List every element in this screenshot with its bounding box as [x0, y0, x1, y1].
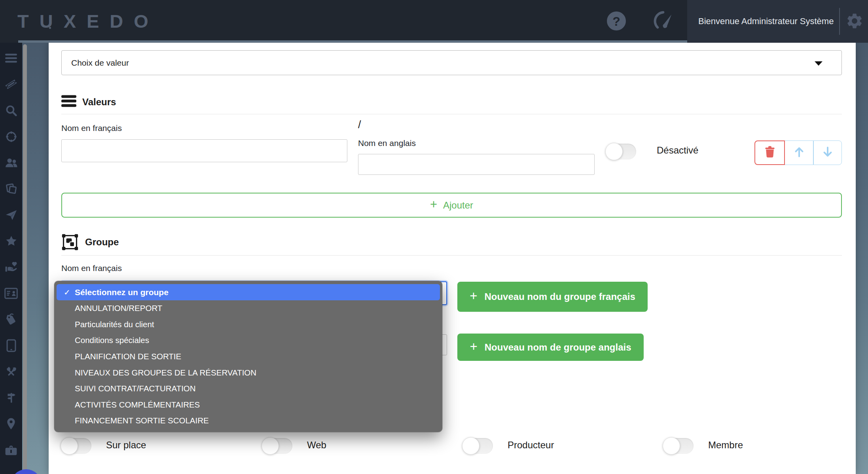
star-icon	[5, 235, 18, 249]
target-icon	[5, 131, 17, 144]
logo-u-dots-decoration	[49, 17, 51, 32]
sidebar-item-tag[interactable]	[0, 307, 22, 333]
add-value-button-label: Ajouter	[443, 200, 473, 211]
name-fr-input[interactable]	[61, 139, 347, 162]
dropdown-option[interactable]: PLANIFICATION DE SORTIE	[54, 349, 442, 365]
sidebar-item-toolbox[interactable]	[0, 438, 22, 464]
topbar: TUXEDO ? Bienvenue Administrateur Systèm…	[0, 0, 868, 43]
dropdown-selected-label: Sélectionnez un groupe	[75, 288, 169, 297]
chevron-down-icon	[815, 61, 823, 66]
sidebar-item-tools[interactable]	[0, 359, 22, 385]
signpost-icon	[5, 391, 17, 406]
sidebar-item-phone[interactable]	[0, 333, 22, 359]
arrow-down-icon	[821, 145, 835, 161]
section-divider	[61, 114, 842, 114]
producteur-toggle[interactable]	[463, 438, 493, 454]
gauge-icon[interactable]	[654, 10, 676, 32]
value-type-selected-value: Choix de valeur	[71, 51, 129, 75]
tag-icon	[4, 313, 18, 327]
sidebar-item-signpost[interactable]	[0, 385, 22, 411]
membre-toggle[interactable]	[663, 438, 694, 454]
dropdown-option[interactable]: SUIVI CONTRAT/FACTURATION	[54, 381, 442, 397]
send-icon	[5, 209, 18, 223]
name-en-input[interactable]	[358, 154, 595, 175]
groupe-section-title: Groupe	[85, 237, 119, 248]
dropdown-option[interactable]: ANNULATION/REPORT	[54, 300, 442, 317]
sur-place-toggle-label: Sur place	[106, 440, 146, 451]
object-group-icon	[61, 233, 79, 252]
plus-icon: +	[430, 197, 437, 212]
move-down-button[interactable]	[813, 140, 842, 165]
group-dropdown-options: ANNULATION/REPORTParticularités du clien…	[54, 300, 442, 429]
map-pin-icon	[6, 417, 16, 432]
new-group-fr-button-label: Nouveau nom du groupe français	[484, 291, 635, 302]
disabled-toggle[interactable]	[606, 144, 636, 159]
group-dropdown-popup: ✓ Sélectionnez un groupe ANNULATION/REPO…	[54, 281, 442, 432]
disabled-toggle-label: Désactivé	[657, 145, 698, 156]
plus-icon: +	[470, 339, 477, 354]
dropdown-option[interactable]: NIVEAUX DES GROUPES DE LA RÉSERVATION	[54, 364, 442, 381]
users-icon	[5, 157, 18, 171]
ticket-icon	[4, 78, 18, 92]
topbar-user-panel: Bienvenue Administrateur Système	[687, 0, 868, 43]
sidebar-item-ticket[interactable]	[0, 72, 22, 98]
sidebar-item-star[interactable]	[0, 229, 22, 255]
arrow-up-icon	[792, 145, 806, 161]
sidebar-item-menu[interactable]	[0, 46, 22, 72]
hand-heart-icon	[4, 261, 18, 275]
dropdown-option[interactable]: Particularités du client	[54, 317, 442, 333]
sidebar	[0, 43, 22, 474]
slash-separator: /	[358, 119, 361, 131]
help-icon[interactable]: ?	[607, 11, 626, 30]
value-type-select[interactable]: Choix de valeur	[61, 50, 842, 75]
name-fr-label: Nom en français	[61, 123, 122, 133]
trash-icon	[763, 144, 777, 161]
plus-icon: +	[470, 288, 477, 303]
sidebar-item-id-card[interactable]	[0, 281, 22, 307]
toggle-knob	[663, 437, 680, 455]
app-logo[interactable]: TUXEDO	[17, 10, 159, 32]
left-scrollbar[interactable]	[23, 44, 27, 473]
dropdown-option[interactable]: FINANCEMENT SORTIE SCOLAIRE	[54, 413, 442, 429]
toggle-knob	[61, 437, 78, 455]
phone-icon	[6, 339, 17, 354]
producteur-toggle-label: Producteur	[508, 440, 554, 451]
sidebar-item-users[interactable]	[0, 150, 22, 176]
toggle-knob	[605, 143, 623, 160]
group-name-fr-label: Nom en français	[61, 264, 122, 273]
checkmark-icon: ✓	[64, 288, 75, 297]
dropdown-option-selected[interactable]: ✓ Sélectionnez un groupe	[57, 284, 440, 300]
dropdown-option[interactable]: ACTIVITÉS COMPLÉMENTAIRES	[54, 397, 442, 413]
section-divider	[61, 255, 842, 256]
membre-toggle-label: Membre	[708, 440, 743, 451]
new-group-en-button[interactable]: + Nouveau nom de groupe anglais	[457, 334, 644, 361]
name-en-label: Nom en anglais	[358, 138, 416, 148]
move-up-button[interactable]	[785, 140, 813, 165]
sidebar-item-cards[interactable]	[0, 176, 22, 203]
dropdown-option[interactable]: Conditions spéciales	[54, 332, 442, 349]
sidebar-item-map-pin[interactable]	[0, 411, 22, 438]
delete-value-button[interactable]	[754, 140, 785, 165]
menu-icon	[5, 53, 17, 65]
web-toggle[interactable]	[262, 438, 292, 454]
toggle-knob	[462, 437, 479, 455]
new-group-en-button-label: Nouveau nom de groupe anglais	[485, 342, 631, 353]
new-group-fr-button[interactable]: + Nouveau nom du groupe français	[457, 282, 648, 312]
sidebar-item-search[interactable]	[0, 98, 22, 124]
sidebar-item-hand-heart[interactable]	[0, 255, 22, 281]
gear-icon[interactable]	[845, 12, 864, 30]
web-toggle-label: Web	[307, 440, 326, 451]
cards-icon	[5, 183, 17, 197]
list-bars-icon	[61, 95, 76, 109]
toggle-knob	[262, 437, 279, 455]
add-value-button[interactable]: + Ajouter	[61, 193, 842, 218]
tools-icon	[4, 365, 18, 379]
sur-place-toggle[interactable]	[61, 438, 91, 454]
sidebar-item-send[interactable]	[0, 203, 22, 229]
welcome-text: Bienvenue Administrateur Système	[698, 0, 834, 43]
toolbox-icon	[4, 444, 18, 458]
search-icon	[5, 104, 17, 118]
topbar-divider	[839, 8, 840, 35]
sidebar-item-target[interactable]	[0, 124, 22, 150]
valeurs-section-title: Valeurs	[82, 97, 116, 108]
